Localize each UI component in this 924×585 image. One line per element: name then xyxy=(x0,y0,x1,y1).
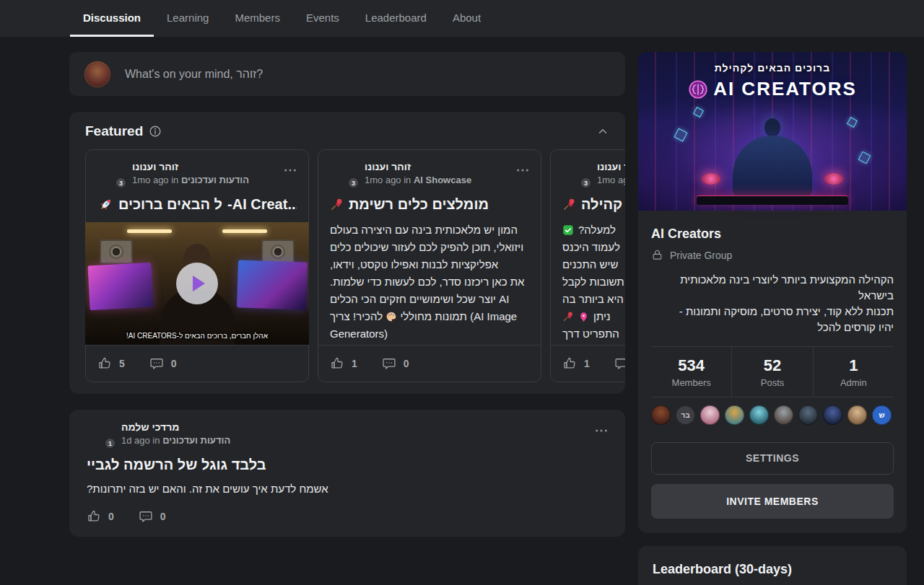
feed-post[interactable]: 1 מרדכי שלמה 1d ago in הודעות ועדכונים ל… xyxy=(69,410,625,537)
body-line: ניתן xyxy=(593,308,611,325)
group-stats: 534 Members 52 Posts 1 Admin xyxy=(651,346,894,397)
comment-icon[interactable] xyxy=(614,356,625,371)
nav-tab-label: Events xyxy=(306,12,339,24)
featured-section: Featured 3 זוהר וענונו 1mo ago in הודעות… xyxy=(69,112,625,394)
group-name: AI Creators xyxy=(651,226,894,242)
nav-tab[interactable]: Members xyxy=(222,0,293,37)
featured-card-welcome[interactable]: 3 זוהר וענונו 1mo ago in הודעות ועדכונים… xyxy=(85,149,309,382)
group-banner-image: ברוכים הבאים לקהילת AI CREATORS xyxy=(638,52,907,211)
member-avatar[interactable] xyxy=(774,405,793,425)
banner-welcome-text: ברוכים הבאים לקהילת xyxy=(638,62,907,74)
member-avatar[interactable] xyxy=(847,405,867,425)
nav-tab-label: Learning xyxy=(167,12,209,24)
nav-tab-label: Members xyxy=(235,12,280,24)
feed-column: What's on your mind, זוהר? Featured 3 זו… xyxy=(69,52,625,537)
post-body-part1: בעולם היצירה עם בינה מלאכותית יש המון כל… xyxy=(330,224,525,322)
like-count: 1 xyxy=(352,358,357,369)
stat-value: 1 xyxy=(814,356,894,375)
member-avatar[interactable]: ש xyxy=(872,405,892,425)
author-name[interactable]: מרדכי שלמה xyxy=(121,421,590,433)
info-circle-icon[interactable] xyxy=(149,125,162,138)
round-pin-icon xyxy=(578,312,589,322)
post-composer[interactable]: What's on your mind, זוהר? xyxy=(69,52,625,96)
body-line: לקבל תשובות xyxy=(562,273,624,291)
nav-tab[interactable]: Learning xyxy=(154,0,222,37)
top-navbar: DiscussionLearningMembersEventsLeaderboa… xyxy=(0,0,924,37)
stat-label: Posts xyxy=(732,377,812,388)
member-avatar[interactable] xyxy=(798,405,818,425)
like-count: 5 xyxy=(119,358,125,369)
group-stat: 52 Posts xyxy=(731,347,812,397)
comment-count: 0 xyxy=(171,358,177,369)
like-icon[interactable] xyxy=(97,356,112,371)
like-icon[interactable] xyxy=(87,509,101,524)
leaderboard-card: Leaderboard (30-days) xyxy=(638,546,907,585)
post-time: 1mo ago in xyxy=(132,175,178,185)
sidebar-column: ברוכים הבאים לקהילת AI CREATORS AI Creat… xyxy=(638,52,907,585)
pushpin-icon xyxy=(330,198,344,211)
post-menu-icon[interactable] xyxy=(512,161,529,175)
member-avatar[interactable] xyxy=(700,405,720,425)
comment-count: 0 xyxy=(404,358,409,369)
author-name[interactable]: זוהר וענונו xyxy=(597,161,625,172)
chevron-up-icon[interactable] xyxy=(596,125,609,138)
post-menu-icon[interactable] xyxy=(590,421,608,436)
comment-icon[interactable] xyxy=(139,509,153,524)
pushpin-icon xyxy=(562,198,576,211)
lock-icon xyxy=(651,249,663,261)
level-badge: 3 xyxy=(580,177,592,189)
stat-value: 534 xyxy=(651,356,731,375)
member-avatars-row: ברש xyxy=(651,397,894,432)
nav-tab[interactable]: Leaderboard xyxy=(352,0,440,37)
post-category[interactable]: AI Showcase xyxy=(414,175,471,185)
body-line: למעלה? xyxy=(578,221,616,239)
stat-label: Admin xyxy=(814,377,894,388)
level-badge: 1 xyxy=(104,437,116,449)
author-name[interactable]: זוהר וענונו xyxy=(365,161,512,172)
nav-tab-label: Discussion xyxy=(83,12,141,24)
post-menu-icon[interactable] xyxy=(279,161,297,175)
nav-tab-label: About xyxy=(453,12,481,24)
featured-title: Featured xyxy=(85,123,143,139)
level-badge: 3 xyxy=(347,177,359,189)
nav-tab[interactable]: Events xyxy=(293,0,352,37)
brain-icon xyxy=(688,79,708,100)
video-thumbnail[interactable]: אהלן חברים, ברוכים הבאים ל-AI CREATORS! xyxy=(85,222,309,345)
member-avatar[interactable] xyxy=(823,405,842,425)
nav-tab[interactable]: About xyxy=(440,0,494,37)
settings-button[interactable]: SETTINGS xyxy=(651,442,894,475)
group-card: ברוכים הבאים לקהילת AI CREATORS AI Creat… xyxy=(638,52,907,533)
group-stat: 534 Members xyxy=(651,347,731,397)
nav-tab-label: Leaderboard xyxy=(365,12,427,24)
post-title-hebrew: רשימת כלים מומלצים xyxy=(349,196,489,213)
comment-count: 0 xyxy=(160,511,166,522)
author-name[interactable]: זוהר וענונו xyxy=(132,161,279,172)
comment-icon[interactable] xyxy=(382,356,396,371)
nav-tabs: DiscussionLearningMembersEventsLeaderboa… xyxy=(70,0,924,37)
post-category[interactable]: הודעות ועדכונים xyxy=(181,175,249,185)
member-avatar[interactable] xyxy=(725,405,744,425)
member-avatar[interactable] xyxy=(651,405,671,425)
member-avatar[interactable] xyxy=(749,405,769,425)
post-time: 1mo ago in xyxy=(597,175,625,185)
post-category[interactable]: הודעות ועדכונים xyxy=(162,435,230,446)
post-time: 1mo ago in xyxy=(365,175,411,185)
play-icon[interactable] xyxy=(176,263,218,304)
member-avatar[interactable]: בר xyxy=(676,405,695,425)
featured-cards-row: 3 זוהר וענונו 1mo ago in הודעות ועדכונים… xyxy=(85,149,625,382)
featured-card-tools[interactable]: 3 זוהר וענונו 1mo ago in AI Showcase רשי… xyxy=(318,149,541,382)
group-description: הקהילה המקצועית ביותר ליוצרי בינה מלאכות… xyxy=(651,272,894,335)
level-badge: 3 xyxy=(115,177,127,189)
nav-tab[interactable]: Discussion xyxy=(70,0,154,37)
comment-icon[interactable] xyxy=(149,356,164,371)
post-body: בעולם היצירה עם בינה מלאכותית יש המון כל… xyxy=(330,221,529,343)
rocket-icon xyxy=(97,197,113,213)
like-icon[interactable] xyxy=(562,356,577,371)
invite-members-button[interactable]: INVITE MEMBERS xyxy=(651,484,894,519)
like-count: 0 xyxy=(108,511,114,522)
like-icon[interactable] xyxy=(330,356,344,371)
featured-card-community[interactable]: 3 זוהר וענונו 1mo ago in קהילה למעלה? הי… xyxy=(550,149,625,382)
post-title-hebrew: ברוכים הבאים ל xyxy=(118,196,222,213)
post-body: למעלה? היכנס לעמוד התכנים שיש לקבל תשובו… xyxy=(562,221,625,343)
post-title: לגביי הרשמה של גוגל בלבד xyxy=(87,457,266,472)
